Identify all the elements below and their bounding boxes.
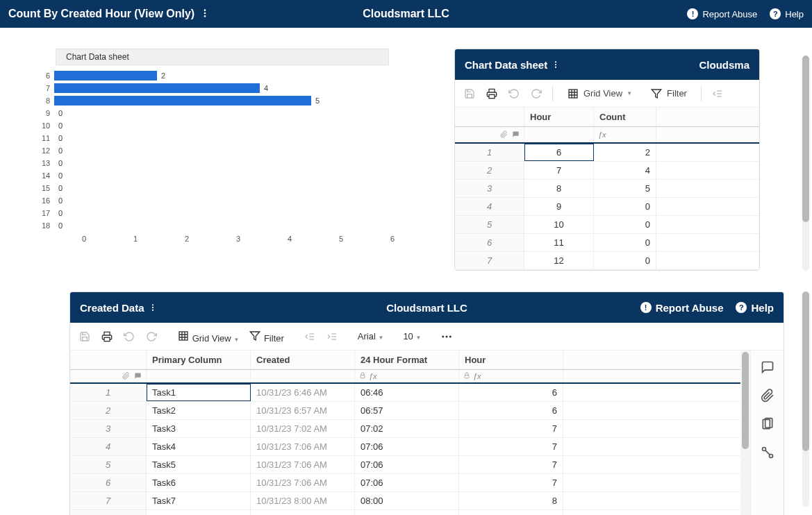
cell-primary[interactable]: Task3 — [147, 420, 251, 437]
cell-primary[interactable]: Task1 — [147, 384, 251, 401]
print-icon[interactable] — [486, 87, 498, 100]
cell-primary[interactable]: Task8 — [147, 510, 251, 515]
title-menu-icon[interactable] — [200, 8, 210, 20]
cell-primary[interactable]: Task7 — [147, 492, 251, 509]
report-abuse-link[interactable]: ! Report Abuse — [687, 8, 757, 19]
table-row[interactable]: 162 — [455, 144, 759, 162]
column-created[interactable]: Created — [251, 351, 355, 369]
cell-count[interactable]: 5 — [594, 180, 656, 197]
cell-primary[interactable]: Task6 — [147, 474, 251, 491]
cell-24h[interactable]: 08:00 — [355, 510, 459, 515]
cell-primary[interactable]: Task2 — [147, 402, 251, 419]
cell-created[interactable]: 10/31/23 7:06 AM — [251, 474, 355, 491]
cell-hour[interactable]: 7 — [524, 162, 594, 179]
table-row[interactable]: 7120 — [455, 252, 759, 270]
page-scrollbar-bottom[interactable] — [802, 292, 809, 507]
page-scrollbar[interactable] — [802, 56, 809, 271]
column-hour[interactable]: Hour — [524, 108, 594, 126]
cell-hour[interactable]: 6 — [459, 384, 563, 401]
size-select[interactable]: 10 ▼ — [403, 331, 421, 341]
cell-hour[interactable]: 11 — [524, 234, 594, 251]
column-primary[interactable]: Primary Column — [147, 351, 251, 369]
outdent-icon[interactable] — [304, 330, 316, 343]
help-link[interactable]: ? Help — [736, 302, 774, 314]
filter-button[interactable]: Filter — [646, 85, 691, 103]
outdent-icon[interactable] — [711, 87, 724, 100]
column-count[interactable]: Count — [594, 108, 656, 126]
save-icon[interactable] — [463, 87, 476, 100]
table-row[interactable]: 490 — [455, 198, 759, 216]
cell-count[interactable]: 2 — [594, 144, 656, 161]
cell-created[interactable]: 10/31/23 6:57 AM — [251, 402, 355, 419]
indent-icon[interactable] — [326, 330, 338, 343]
cell-24h[interactable]: 07:06 — [355, 456, 459, 473]
font-select[interactable]: Arial ▼ — [358, 331, 384, 341]
cell-24h[interactable]: 06:57 — [355, 402, 459, 419]
table-row[interactable]: 5100 — [455, 216, 759, 234]
cell-hour[interactable]: 8 — [524, 180, 594, 197]
cell-24h[interactable]: 07:06 — [355, 438, 459, 455]
cell-created[interactable]: 10/31/23 7:06 AM — [251, 438, 355, 455]
cell-hour[interactable]: 6 — [524, 144, 594, 161]
cell-count[interactable]: 0 — [594, 252, 656, 269]
redo-icon[interactable] — [145, 330, 158, 343]
cell-created[interactable]: 10/31/23 7:06 AM — [251, 456, 355, 473]
filter-button[interactable]: Filter — [249, 330, 284, 344]
cell-count[interactable]: 0 — [594, 234, 656, 251]
grid-scrollbar[interactable] — [740, 351, 750, 515]
cell-created[interactable]: 10/31/23 8:00 AM — [251, 492, 355, 509]
chart-sheet-menu-icon[interactable] — [552, 59, 560, 71]
brandfolder-icon[interactable] — [761, 446, 774, 462]
table-row[interactable]: 4Task410/31/23 7:06 AM07:067 — [70, 438, 740, 456]
proofs-icon[interactable] — [761, 417, 774, 433]
cell-created[interactable]: 10/31/23 6:46 AM — [251, 384, 355, 401]
cell-primary[interactable]: Task5 — [147, 456, 251, 473]
created-data-menu-icon[interactable] — [149, 302, 157, 314]
table-row[interactable]: 1Task110/31/23 6:46 AM06:466 — [70, 384, 740, 402]
help-link[interactable]: ? Help — [770, 8, 804, 19]
undo-icon[interactable] — [123, 330, 135, 343]
cell-24h[interactable]: 06:46 — [355, 384, 459, 401]
cell-created[interactable]: 10/31/23 7:02 AM — [251, 420, 355, 437]
table-row[interactable]: 2Task210/31/23 6:57 AM06:576 — [70, 402, 740, 420]
cell-hour[interactable]: 8 — [459, 510, 563, 515]
more-icon[interactable] — [440, 330, 453, 343]
conversations-icon[interactable] — [761, 360, 774, 376]
cell-hour[interactable]: 9 — [524, 198, 594, 215]
table-row[interactable]: 7Task710/31/23 8:00 AM08:008 — [70, 492, 740, 510]
grid-view-button[interactable]: Grid View ▼ — [563, 85, 636, 103]
cell-created[interactable]: 10/31/23 8:00 AM — [251, 510, 355, 515]
print-icon[interactable] — [101, 330, 113, 343]
table-row[interactable]: 3Task310/31/23 7:02 AM07:027 — [70, 420, 740, 438]
chart-tab[interactable]: Chart Data sheet — [56, 49, 389, 65]
table-row[interactable]: 274 — [455, 162, 759, 180]
save-icon[interactable] — [78, 330, 91, 343]
table-row[interactable]: 8Task810/31/23 8:00 AM08:008 — [70, 510, 740, 515]
cell-hour[interactable]: 7 — [459, 420, 563, 437]
cell-hour[interactable]: 6 — [459, 402, 563, 419]
cell-hour[interactable]: 7 — [459, 474, 563, 491]
cell-hour[interactable]: 7 — [459, 456, 563, 473]
grid-view-button[interactable]: Grid View ▼ — [177, 330, 239, 344]
cell-24h[interactable]: 07:02 — [355, 420, 459, 437]
cell-primary[interactable]: Task4 — [147, 438, 251, 455]
undo-icon[interactable] — [508, 87, 520, 100]
cell-hour[interactable]: 8 — [459, 492, 563, 509]
cell-hour[interactable]: 7 — [459, 438, 563, 455]
cell-24h[interactable]: 08:00 — [355, 492, 459, 509]
table-row[interactable]: 6Task610/31/23 7:06 AM07:067 — [70, 474, 740, 492]
attachments-icon[interactable] — [761, 389, 774, 405]
table-row[interactable]: 385 — [455, 180, 759, 198]
cell-hour[interactable]: 10 — [524, 216, 594, 233]
created-data-grid[interactable]: Primary Column Created 24 Hour Format Ho… — [70, 351, 740, 515]
cell-count[interactable]: 0 — [594, 198, 656, 215]
table-row[interactable]: 5Task510/31/23 7:06 AM07:067 — [70, 456, 740, 474]
cell-hour[interactable]: 12 — [524, 252, 594, 269]
cell-count[interactable]: 4 — [594, 162, 656, 179]
table-row[interactable]: 6110 — [455, 234, 759, 252]
report-abuse-link[interactable]: ! Report Abuse — [640, 302, 724, 314]
cell-24h[interactable]: 07:06 — [355, 474, 459, 491]
cell-count[interactable]: 0 — [594, 216, 656, 233]
chart-sheet-grid[interactable]: Hour Count ƒx 16227438549051006110712081 — [455, 108, 759, 270]
redo-icon[interactable] — [530, 87, 542, 100]
